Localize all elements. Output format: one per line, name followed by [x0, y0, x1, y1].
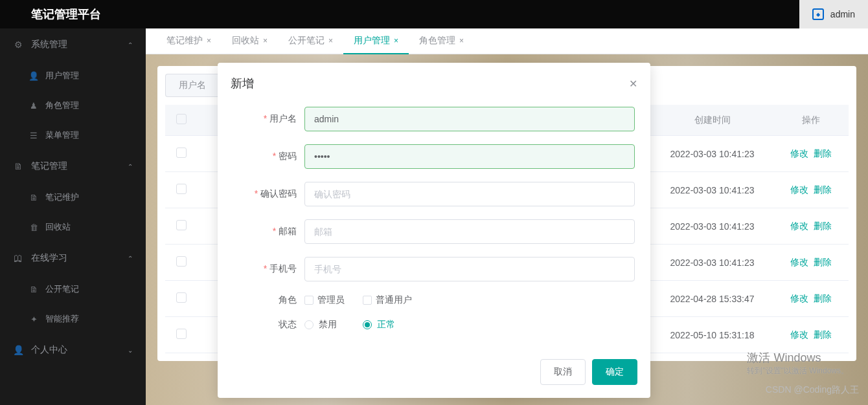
modal-header: 新增 ✕ [218, 63, 650, 98]
cancel-button[interactable]: 取消 [540, 359, 586, 385]
radio-label: 禁用 [319, 319, 337, 331]
email-input[interactable] [304, 219, 635, 244]
modal-overlay: 新增 ✕ 用户名 密码 确认密码 邮箱 手机号 [0, 0, 868, 405]
password-label: 密码 [233, 151, 304, 162]
phone-label: 手机号 [233, 263, 304, 275]
modal-title: 新增 [231, 76, 254, 91]
password-input[interactable] [304, 144, 635, 169]
status-normal-radio[interactable]: 正常 [363, 319, 395, 331]
close-icon[interactable]: ✕ [629, 78, 637, 90]
checkbox-label: 管理员 [317, 294, 345, 306]
phone-input[interactable] [304, 257, 635, 281]
role-admin-checkbox[interactable]: 管理员 [304, 294, 345, 306]
confirm-password-input[interactable] [304, 182, 635, 206]
radio-label: 正常 [377, 319, 395, 331]
role-normal-checkbox[interactable]: 普通用户 [363, 294, 412, 306]
email-label: 邮箱 [233, 226, 304, 237]
checkbox-icon [363, 296, 372, 305]
modal-footer: 取消 确定 [218, 353, 650, 398]
modal-body: 用户名 密码 确认密码 邮箱 手机号 角色 管理员 [218, 98, 650, 353]
confirm-button[interactable]: 确定 [592, 359, 637, 385]
radio-icon [363, 320, 372, 329]
status-label: 状态 [233, 319, 304, 331]
role-label: 角色 [233, 294, 304, 306]
radio-icon [304, 320, 314, 329]
confirm-label: 确认密码 [233, 188, 304, 200]
username-input[interactable] [304, 107, 635, 131]
add-user-modal: 新增 ✕ 用户名 密码 确认密码 邮箱 手机号 [218, 63, 650, 398]
checkbox-icon [304, 296, 314, 305]
checkbox-label: 普通用户 [376, 294, 412, 306]
status-disabled-radio[interactable]: 禁用 [304, 319, 337, 331]
username-label: 用户名 [233, 113, 304, 125]
